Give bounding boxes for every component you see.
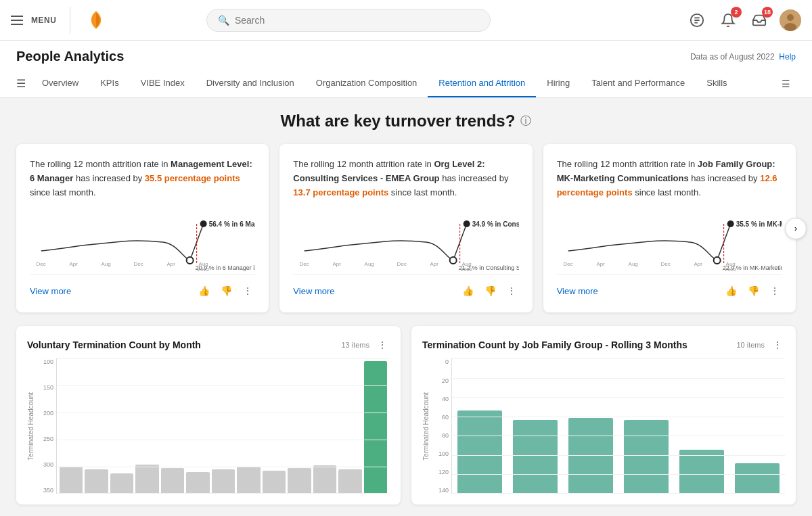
svg-text:Dec: Dec (660, 261, 670, 267)
search-input[interactable] (235, 15, 479, 26)
svg-point-3 (787, 14, 794, 21)
nav-right: 2 18 (686, 9, 801, 31)
svg-point-4 (784, 23, 796, 31)
tab-talent[interactable]: Talent and Performance (581, 70, 696, 97)
svg-text:56.4 % in 6 Manager: 56.4 % in 6 Manager (209, 220, 256, 228)
hamburger-menu[interactable] (11, 16, 23, 25)
chart2-items: 10 items (736, 341, 765, 349)
notification-badge: 2 (731, 7, 742, 18)
tab-vibe[interactable]: VIBE Index (130, 70, 196, 97)
tab-skills[interactable]: Skills (696, 70, 738, 97)
tab-hiring[interactable]: Hiring (536, 70, 581, 97)
tab-retention[interactable]: Retention and Attrition (428, 70, 536, 97)
tab-overview[interactable]: Overview (31, 70, 89, 97)
thumbs-down-button[interactable]: 👎 (482, 283, 499, 299)
more-options-button[interactable]: ⋮ (240, 283, 255, 299)
page-title: People Analytics (16, 49, 124, 64)
y-tick: 20 (432, 377, 449, 384)
spark-chart: 34.9 % in Consulting Servic...21.2 % in … (293, 210, 518, 271)
main-content: What are key turnover trends? ⓘ The roll… (0, 98, 812, 516)
search-icon: 🔍 (218, 15, 229, 26)
svg-text:Aug: Aug (102, 261, 111, 267)
chart1-y-label: Terminated Headcount (27, 392, 35, 461)
y-tick: 350 (37, 487, 53, 494)
svg-point-6 (200, 220, 207, 227)
y-tick: 150 (37, 384, 53, 391)
card-actions: 👍👎⋮ (459, 283, 519, 299)
thumbs-down-button[interactable]: 👎 (218, 283, 235, 299)
tab-list-icon[interactable]: ☰ (776, 70, 796, 97)
scroll-right-button[interactable]: › (785, 218, 807, 239)
y-tick: 140 (432, 487, 449, 494)
svg-text:Apr: Apr (166, 261, 175, 267)
chart2-inner: 140120100806040200 (432, 358, 785, 494)
svg-point-18 (464, 220, 470, 227)
svg-text:2022: 2022 (461, 266, 473, 271)
tab-diversity[interactable]: Diversity and Inclusion (196, 70, 305, 97)
card-actions: 👍👎⋮ (723, 283, 782, 299)
svg-text:2022: 2022 (724, 266, 736, 271)
view-more-link[interactable]: View more (557, 286, 598, 296)
user-avatar[interactable] (780, 9, 801, 31)
section-title: What are key turnover trends? (281, 112, 516, 131)
insight-text: The rolling 12 month attrition rate in M… (30, 158, 255, 200)
svg-point-31 (713, 257, 720, 264)
view-more-link[interactable]: View more (30, 286, 71, 296)
thumbs-down-button[interactable]: 👎 (745, 283, 762, 299)
filter-icon[interactable]: ☰ (16, 77, 26, 90)
y-tick: 40 (432, 396, 449, 402)
voluntary-termination-chart-card: Voluntary Termination Count by Month 13 … (16, 326, 401, 505)
chart1-more-button[interactable]: ⋮ (375, 337, 390, 353)
y-tick: 0 (432, 358, 449, 365)
chart2-y-label: Terminated Headcount (422, 392, 430, 461)
chart2-area: Terminated Headcount 140120100806040200 (422, 358, 785, 494)
insight-card-card2: The rolling 12 month attrition rate in O… (279, 144, 532, 312)
section-header: What are key turnover trends? ⓘ (16, 112, 796, 131)
tab-kpis[interactable]: KPIs (89, 70, 129, 97)
search-bar[interactable]: 🔍 (206, 9, 491, 32)
help-link[interactable]: Help (779, 52, 796, 62)
chart2-header: Termination Count by Job Family Group - … (422, 337, 785, 353)
svg-text:Dec: Dec (37, 261, 46, 267)
card-actions: 👍👎⋮ (196, 283, 255, 299)
page-title-row: People Analytics Data as of August 2022 … (16, 49, 796, 70)
tabs-list: OverviewKPIsVIBE IndexDiversity and Incl… (31, 70, 776, 97)
chart1-inner: 350300250200150100 (37, 358, 390, 494)
chart1-yticks: 350300250200150100 (37, 358, 56, 494)
svg-point-30 (727, 220, 734, 227)
insight-card-card1: The rolling 12 month attrition rate in M… (16, 144, 269, 312)
card-footer: View more👍👎⋮ (293, 274, 518, 299)
nav-divider (70, 7, 70, 34)
chart1-items: 13 items (341, 341, 369, 349)
chat-button[interactable] (686, 9, 708, 31)
tab-org[interactable]: Organization Composition (305, 70, 428, 97)
notifications-button[interactable]: 2 (717, 9, 739, 31)
thumbs-up-button[interactable]: 👍 (459, 283, 476, 299)
insight-text: The rolling 12 month attrition rate in O… (293, 158, 518, 200)
data-as-of: Data as of August 2022 Help (690, 52, 796, 62)
svg-text:Apr: Apr (596, 261, 605, 267)
chart2-more-button[interactable]: ⋮ (770, 337, 785, 353)
spark-chart: 35.5 % in MK-Marketing Co...22.9 % in MK… (557, 210, 782, 271)
svg-text:Dec: Dec (300, 261, 309, 267)
thumbs-up-button[interactable]: 👍 (723, 283, 740, 299)
more-options-button[interactable]: ⋮ (767, 283, 782, 299)
chart-cards: Voluntary Termination Count by Month 13 … (16, 326, 796, 505)
view-more-link[interactable]: View more (293, 286, 334, 296)
thumbs-up-button[interactable]: 👍 (196, 283, 212, 299)
insight-text: The rolling 12 month attrition rate in J… (557, 158, 782, 200)
svg-text:Dec: Dec (563, 261, 572, 267)
svg-text:Apr: Apr (694, 261, 702, 267)
info-icon[interactable]: ⓘ (520, 114, 531, 128)
nav-left: MENU (11, 7, 108, 34)
chart1-area: Terminated Headcount 350300250200150100 (27, 358, 390, 494)
chart2-gridlines (452, 358, 785, 493)
insight-cards: The rolling 12 month attrition rate in M… (16, 144, 796, 312)
svg-text:Dec: Dec (397, 261, 407, 267)
more-options-button[interactable]: ⋮ (504, 283, 519, 299)
tabs-container: ☰ OverviewKPIsVIBE IndexDiversity and In… (16, 70, 796, 97)
y-tick: 200 (37, 410, 53, 417)
svg-text:Apr: Apr (69, 261, 78, 267)
card-footer: View more👍👎⋮ (30, 274, 255, 299)
inbox-button[interactable]: 18 (748, 9, 770, 31)
